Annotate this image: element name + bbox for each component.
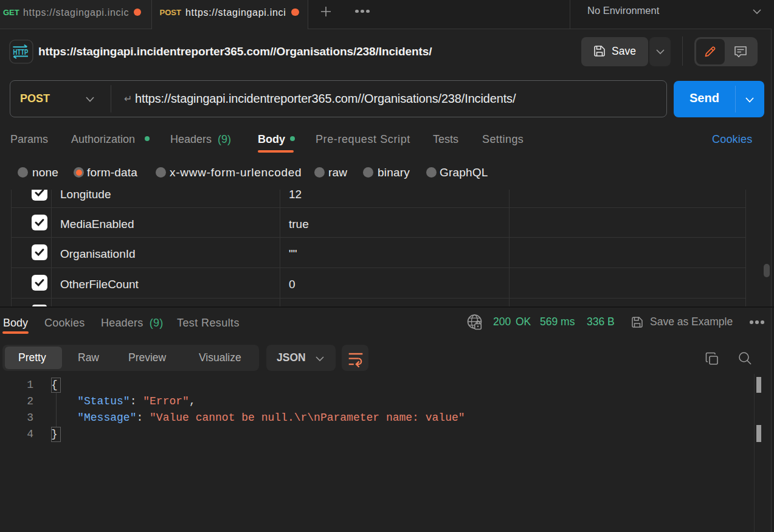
svg-text:HTTP: HTTP <box>13 47 29 57</box>
